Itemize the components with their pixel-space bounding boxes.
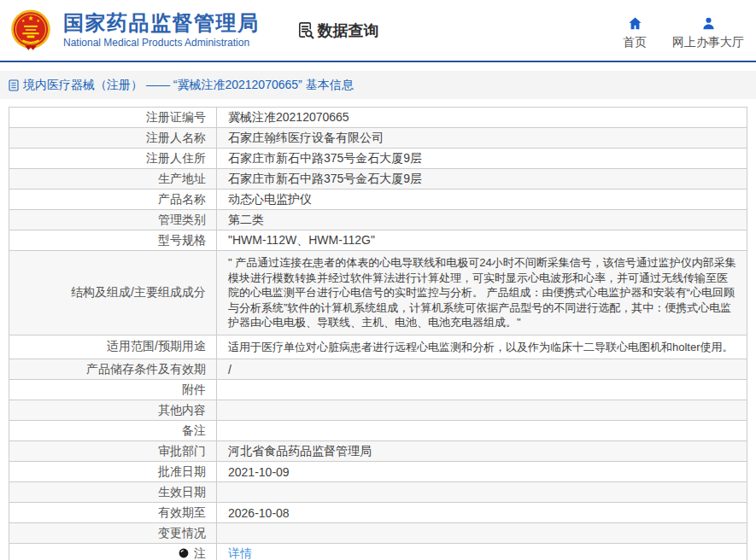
row-label: 有效期至: [158, 505, 206, 519]
row-label-cell: 其他内容: [9, 400, 217, 421]
nav-item-service-hall[interactable]: 网上办事大厅: [672, 10, 744, 50]
row-value: "HWM-112W、HWM-112G": [228, 233, 375, 247]
row-label-cell: 结构及组成/主要组成成分: [9, 251, 217, 335]
page-header: ★ ★ ★ 国家药品监督管理局 National Medical Product…: [0, 0, 756, 62]
row-label: 附件: [182, 382, 206, 396]
row-label-cell: 管理类别: [9, 210, 217, 230]
row-value-cell: 石家庄市新石中路375号金石大厦9层: [217, 149, 747, 169]
table-row: 适用范围/预期用途适用于医疗单位对心脏病患者进行远程心电监测和分析，以及作为临床…: [9, 335, 747, 359]
data-query-label: 数据查询: [318, 20, 379, 41]
svg-text:★: ★: [27, 14, 33, 21]
row-label-cell: 审批部门: [9, 441, 217, 462]
row-label-cell: 变更情况: [9, 523, 217, 544]
row-value-cell: " 产品通过连接在患者的体表的心电导联线和电极可24小时不间断采集信号，该信号通…: [217, 251, 747, 335]
row-value-cell: 冀械注准20212070665: [217, 108, 747, 128]
row-value-cell: /: [217, 359, 747, 380]
row-label: 生产地址: [158, 172, 206, 185]
org-title-block: 国家药品监督管理局 National Medical Products Admi…: [63, 13, 260, 48]
table-row: 批准日期2021-10-09: [9, 462, 747, 482]
row-label: 注册人名称: [146, 131, 206, 144]
table-row: 产品储存条件及有效期/: [9, 359, 747, 380]
row-label-cell: 注册人名称: [9, 128, 217, 149]
table-row: 型号规格"HWM-112W、HWM-112G": [9, 230, 747, 251]
row-value: 河北省食品药品监督管理局: [228, 444, 372, 458]
table-row: 产品名称动态心电监护仪: [9, 190, 747, 210]
row-label: 备注: [182, 423, 206, 437]
row-label: 适用范围/预期用途: [107, 339, 206, 353]
row-label: 注: [194, 546, 206, 560]
svg-text:★: ★: [21, 18, 25, 22]
row-label: 注册人住所: [146, 151, 206, 165]
note-icon: [179, 548, 189, 558]
data-query-tab[interactable]: 数据查询: [296, 20, 379, 41]
row-value: 动态心电监护仪: [228, 192, 312, 206]
table-row: 注册证编号冀械注准20212070665: [9, 108, 747, 128]
row-label-cell: 备注: [9, 421, 217, 441]
document-search-icon: [296, 20, 315, 40]
user-icon: [700, 15, 717, 32]
table-row: 审批部门河北省食品药品监督管理局: [9, 441, 747, 462]
table-row: 备注: [9, 421, 747, 441]
home-icon: [627, 15, 643, 32]
detail-link[interactable]: 详情: [228, 546, 252, 560]
page-icon: [9, 79, 19, 91]
row-label-cell: 适用范围/预期用途: [9, 335, 217, 359]
row-value: 石家庄市新石中路375号金石大厦9层: [228, 151, 422, 165]
row-label-cell: 生产地址: [9, 169, 217, 190]
table-row: 注册人名称石家庄翰纬医疗设备有限公司: [9, 128, 747, 149]
table-row: 有效期至2026-10-08: [9, 503, 747, 523]
row-label-cell: 附件: [9, 380, 217, 400]
row-value-cell: 适用于医疗单位对心脏病患者进行远程心电监测和分析，以及作为临床十二导联心电图机和…: [217, 335, 747, 359]
row-label-cell: 注册证编号: [9, 108, 217, 128]
nav-item-label: 首页: [623, 35, 647, 50]
row-label: 审批部门: [158, 444, 206, 458]
row-label: 管理类别: [158, 213, 206, 226]
row-label: 产品名称: [158, 192, 206, 206]
row-label: 产品储存条件及有效期: [86, 362, 206, 376]
breadcrumb-text: 境内医疗器械（注册） —— “冀械注准20212070665” 基本信息: [23, 78, 354, 93]
table-row: 注册人住所石家庄市新石中路375号金石大厦9层: [9, 149, 747, 169]
row-value-cell: [217, 482, 747, 503]
row-value: 石家庄翰纬医疗设备有限公司: [228, 131, 384, 144]
row-value: 适用于医疗单位对心脏病患者进行远程心电监测和分析，以及作为临床十二导联心电图机和…: [228, 341, 734, 353]
row-label-cell: 产品名称: [9, 190, 217, 210]
table-row: 结构及组成/主要组成成分" 产品通过连接在患者的体表的心电导联线和电极可24小时…: [9, 251, 747, 335]
row-value: 2026-10-08: [228, 506, 290, 520]
row-label: 生效日期: [158, 485, 206, 499]
org-name-zh: 国家药品监督管理局: [63, 13, 260, 33]
row-label-cell: 注: [9, 544, 217, 560]
table-row: 生效日期: [9, 482, 747, 503]
row-value-cell: 第二类: [217, 210, 747, 230]
row-value: 石家庄市新石中路375号金石大厦9层: [228, 172, 422, 185]
info-table-body: 注册证编号冀械注准20212070665注册人名称石家庄翰纬医疗设备有限公司注册…: [9, 108, 747, 560]
row-label: 型号规格: [158, 233, 206, 247]
row-value-cell: 详情: [217, 544, 747, 560]
row-label-cell: 产品储存条件及有效期: [9, 359, 217, 380]
nav-item-home[interactable]: 首页: [623, 10, 647, 50]
row-value-cell: [217, 380, 747, 400]
row-label: 注册证编号: [146, 110, 206, 124]
row-label-cell: 型号规格: [9, 230, 217, 251]
registration-info-table: 注册证编号冀械注准20212070665注册人名称石家庄翰纬医疗设备有限公司注册…: [9, 107, 747, 560]
row-label-cell: 批准日期: [9, 462, 217, 482]
row-value-cell: 动态心电监护仪: [217, 190, 747, 210]
row-value-cell: 石家庄市新石中路375号金石大厦9层: [217, 169, 747, 190]
org-name-en: National Medical Products Administration: [63, 38, 260, 48]
row-value-cell: [217, 523, 747, 544]
row-value-cell: 河北省食品药品监督管理局: [217, 441, 747, 462]
row-value-cell: "HWM-112W、HWM-112G": [217, 230, 747, 251]
row-label: 结构及组成/主要组成成分: [71, 285, 206, 299]
svg-text:★: ★: [37, 18, 40, 22]
header-nav: 首页 网上办事大厅: [623, 10, 744, 50]
table-row: 注详情: [9, 544, 747, 560]
row-value: " 产品通过连接在患者的体表的心电导联线和电极可24小时不间断采集信号，该信号通…: [228, 256, 736, 329]
row-value-cell: 石家庄翰纬医疗设备有限公司: [217, 128, 747, 149]
table-row: 管理类别第二类: [9, 210, 747, 230]
table-row: 其他内容: [9, 400, 747, 421]
breadcrumb: 境内医疗器械（注册） —— “冀械注准20212070665” 基本信息: [0, 71, 756, 99]
table-row: 生产地址石家庄市新石中路375号金石大厦9层: [9, 169, 747, 190]
row-label-cell: 有效期至: [9, 503, 217, 523]
nav-item-label: 网上办事大厅: [672, 35, 744, 50]
row-value-cell: [217, 400, 747, 421]
table-row: 附件: [9, 380, 747, 400]
